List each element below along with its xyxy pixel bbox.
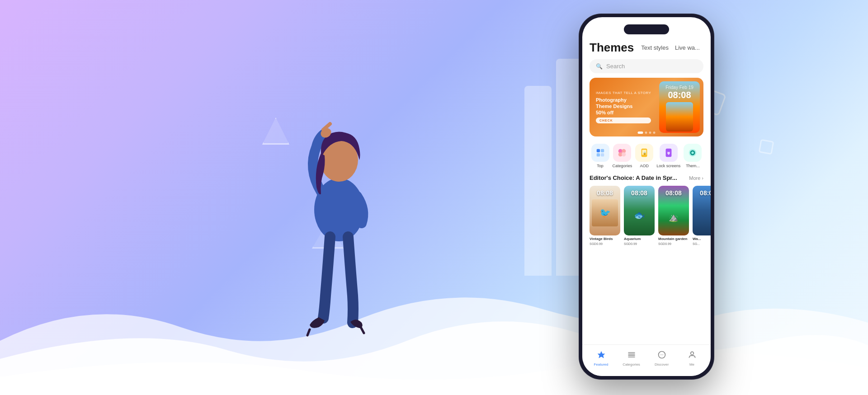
nav-item-categories[interactable]: Categories xyxy=(616,350,646,367)
theme-name-3: Wa... xyxy=(693,237,711,241)
theme-item-1[interactable]: 08:08 🐟 Aquarium SGD0.99 xyxy=(624,186,655,245)
banner-title: Photography Theme Designs 50% off xyxy=(596,97,637,116)
discover-nav-icon xyxy=(657,350,666,362)
svg-rect-19 xyxy=(668,153,669,155)
dot-3 xyxy=(649,132,651,134)
quick-icon-categories[interactable]: Categories xyxy=(613,144,632,168)
svg-rect-7 xyxy=(600,149,604,152)
camera-notch xyxy=(624,24,669,34)
editors-choice-header: Editor's Choice: A Date in Spr... More › xyxy=(582,173,711,183)
theme-time-1: 08:08 xyxy=(624,189,655,197)
top-icon-circle xyxy=(591,144,609,162)
theme-thumbnails: 08:08 🐦 Vintage Birds SGD0.99 08:08 xyxy=(582,183,711,248)
me-nav-label: Me xyxy=(689,362,694,367)
nav-tab-live-wallpaper[interactable]: Live wa... xyxy=(675,44,700,51)
dot-1 xyxy=(638,132,643,134)
theme-thumbnail-0: 08:08 🐦 xyxy=(590,186,620,235)
background-shapes xyxy=(0,0,868,395)
theme-thumbnail-1: 08:08 🐟 xyxy=(624,186,655,235)
categories-nav-icon xyxy=(627,350,636,362)
top-label: Top xyxy=(597,164,604,168)
bg-bar-1 xyxy=(524,86,552,276)
svg-point-13 xyxy=(622,152,626,156)
phone-screen: Themes Text styles Live wa... 🔍 Search I… xyxy=(582,17,711,376)
banner-button[interactable]: CHECK xyxy=(596,118,651,123)
theme-time-0: 08:08 xyxy=(590,189,620,197)
theme-price-1: SGD0.99 xyxy=(624,242,655,245)
app-title: Themes xyxy=(590,41,634,55)
theme-item-3[interactable]: 08:08 Wa... SG... xyxy=(693,186,711,245)
quick-icon-themes[interactable]: Them... xyxy=(684,144,702,168)
phone-content: Themes Text styles Live wa... 🔍 Search I… xyxy=(582,17,711,376)
app-header: Themes Text styles Live wa... xyxy=(582,17,711,55)
categories-label: Categories xyxy=(613,164,632,168)
svg-point-23 xyxy=(692,151,694,154)
nav-item-featured[interactable]: Featured xyxy=(586,350,616,367)
dot-2 xyxy=(645,132,647,134)
theme-price-3: SG... xyxy=(693,242,711,245)
theme-name-0: Vintage Birds xyxy=(590,237,620,241)
nav-item-me[interactable]: Me xyxy=(677,350,707,367)
lock-screens-label: Lock screens xyxy=(656,164,680,168)
quick-icon-aod[interactable]: 🔒 AOD xyxy=(635,144,653,168)
search-input[interactable]: Search xyxy=(606,63,625,70)
dot-4 xyxy=(653,132,656,134)
banner-date: Friday Feb 19 xyxy=(663,85,696,90)
theme-price-2: SGD0.99 xyxy=(658,242,689,245)
aod-label: AOD xyxy=(640,164,649,168)
editors-choice-more[interactable]: More › xyxy=(689,175,703,181)
theme-item-2[interactable]: 08:08 ⛰️ Mountain garden SGD0.99 xyxy=(658,186,689,245)
nav-tab-text-styles[interactable]: Text styles xyxy=(641,44,669,51)
themes-label: Them... xyxy=(686,164,700,168)
person-illustration xyxy=(262,79,416,350)
svg-rect-6 xyxy=(596,149,599,152)
quick-icons-row: Top Categories 🔒 AOD xyxy=(582,139,711,173)
banner-dots xyxy=(638,132,656,134)
svg-line-3 xyxy=(361,327,364,333)
banner-time: 08:08 xyxy=(663,90,696,100)
featured-label: Featured xyxy=(594,362,608,367)
svg-marker-24 xyxy=(597,351,605,358)
themes-icon-circle xyxy=(684,144,702,162)
categories-icon-circle xyxy=(613,144,631,162)
svg-rect-20 xyxy=(667,152,670,152)
banner-phone-preview: Friday Feb 19 08:08 xyxy=(659,81,700,133)
aod-icon-circle: 🔒 xyxy=(635,144,653,162)
theme-time-2: 08:08 xyxy=(658,189,689,197)
svg-point-32 xyxy=(690,352,693,355)
bottom-navigation: Featured Categories Discover xyxy=(582,344,711,376)
phone-outer-frame: Themes Text styles Live wa... 🔍 Search I… xyxy=(579,14,714,380)
search-icon: 🔍 xyxy=(596,63,603,70)
editors-choice-title: Editor's Choice: A Date in Spr... xyxy=(590,174,677,181)
banner-subtitle: Images that tell a story xyxy=(596,91,651,95)
nav-tabs: Text styles Live wa... xyxy=(641,44,700,51)
banner-content-left: Images that tell a story Photography The… xyxy=(596,78,651,136)
theme-price-0: SGD0.99 xyxy=(590,242,620,245)
theme-name-1: Aquarium xyxy=(624,237,655,241)
quick-icon-lock-screens[interactable]: Lock screens xyxy=(656,144,680,168)
theme-item-0[interactable]: 08:08 🐦 Vintage Birds SGD0.99 xyxy=(590,186,620,245)
svg-text:🔒: 🔒 xyxy=(643,151,646,155)
svg-line-2 xyxy=(307,329,310,335)
categories-nav-label: Categories xyxy=(623,362,640,367)
quick-icon-top[interactable]: Top xyxy=(591,144,609,168)
svg-rect-8 xyxy=(596,153,599,156)
me-nav-icon xyxy=(688,350,697,362)
theme-thumbnail-3: 08:08 xyxy=(693,186,711,235)
theme-thumbnail-2: 08:08 ⛰️ xyxy=(658,186,689,235)
theme-name-2: Mountain garden xyxy=(658,237,689,241)
featured-icon xyxy=(597,350,606,362)
lock-screens-icon-circle xyxy=(660,144,678,162)
phone-mockup: Themes Text styles Live wa... 🔍 Search I… xyxy=(579,14,714,380)
svg-rect-9 xyxy=(600,153,604,156)
wave-decoration xyxy=(0,268,868,395)
rect-decoration-2 xyxy=(759,139,774,155)
discover-nav-label: Discover xyxy=(655,362,669,367)
search-bar[interactable]: 🔍 Search xyxy=(590,59,703,73)
nav-item-discover[interactable]: Discover xyxy=(646,350,677,367)
promotional-banner[interactable]: Images that tell a story Photography The… xyxy=(590,78,703,136)
theme-time-3: 08:08 xyxy=(693,189,711,197)
